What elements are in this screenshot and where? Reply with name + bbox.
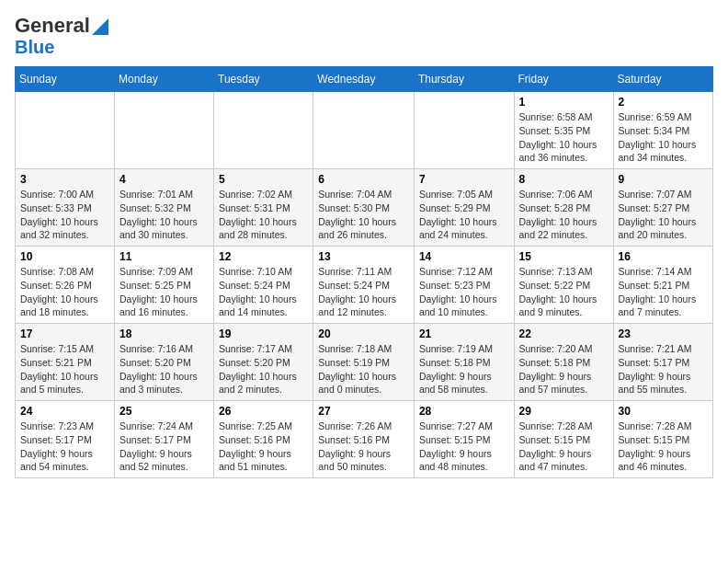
day-number: 15: [519, 250, 609, 263]
day-number: 5: [219, 173, 308, 186]
calendar-cell: [214, 92, 313, 169]
calendar-cell: [414, 92, 514, 169]
cell-info: Sunrise: 7:15 AM Sunset: 5:21 PM Dayligh…: [20, 342, 109, 396]
cell-info: Sunrise: 7:13 AM Sunset: 5:22 PM Dayligh…: [519, 265, 609, 319]
day-of-week-header: Saturday: [613, 67, 712, 92]
cell-info: Sunrise: 7:24 AM Sunset: 5:17 PM Dayligh…: [119, 419, 209, 474]
calendar-cell: 6Sunrise: 7:04 AM Sunset: 5:30 PM Daylig…: [313, 169, 415, 247]
cell-info: Sunrise: 7:06 AM Sunset: 5:28 PM Dayligh…: [519, 188, 609, 242]
calendar-cell: 1Sunrise: 6:58 AM Sunset: 5:35 PM Daylig…: [514, 92, 613, 169]
calendar-week-row: 10Sunrise: 7:08 AM Sunset: 5:26 PM Dayli…: [16, 247, 713, 324]
cell-info: Sunrise: 7:12 AM Sunset: 5:23 PM Dayligh…: [419, 265, 509, 319]
logo-text-general: General: [15, 15, 90, 37]
day-number: 11: [119, 250, 209, 263]
calendar-cell: 2Sunrise: 6:59 AM Sunset: 5:34 PM Daylig…: [613, 92, 712, 169]
day-number: 6: [318, 173, 409, 186]
calendar-cell: 29Sunrise: 7:28 AM Sunset: 5:15 PM Dayli…: [514, 401, 613, 478]
day-of-week-header: Friday: [514, 67, 613, 92]
calendar-week-row: 3Sunrise: 7:00 AM Sunset: 5:33 PM Daylig…: [16, 169, 713, 247]
calendar-cell: 14Sunrise: 7:12 AM Sunset: 5:23 PM Dayli…: [414, 247, 514, 324]
cell-info: Sunrise: 7:10 AM Sunset: 5:24 PM Dayligh…: [219, 265, 308, 319]
day-number: 4: [119, 173, 209, 186]
cell-info: Sunrise: 7:07 AM Sunset: 5:27 PM Dayligh…: [619, 188, 708, 242]
calendar-cell: 17Sunrise: 7:15 AM Sunset: 5:21 PM Dayli…: [16, 324, 115, 401]
day-number: 29: [519, 405, 609, 418]
day-number: 20: [318, 327, 409, 340]
cell-info: Sunrise: 7:11 AM Sunset: 5:24 PM Dayligh…: [318, 265, 409, 319]
day-of-week-header: Tuesday: [214, 67, 313, 92]
calendar-cell: 24Sunrise: 7:23 AM Sunset: 5:17 PM Dayli…: [16, 401, 115, 478]
calendar-cell: 26Sunrise: 7:25 AM Sunset: 5:16 PM Dayli…: [214, 401, 313, 478]
calendar-cell: 12Sunrise: 7:10 AM Sunset: 5:24 PM Dayli…: [214, 247, 313, 324]
calendar-cell: 15Sunrise: 7:13 AM Sunset: 5:22 PM Dayli…: [514, 247, 613, 324]
day-number: 30: [619, 405, 708, 418]
calendar-cell: 22Sunrise: 7:20 AM Sunset: 5:18 PM Dayli…: [514, 324, 613, 401]
day-number: 24: [20, 405, 109, 418]
day-number: 23: [619, 327, 708, 340]
day-number: 7: [419, 173, 509, 186]
cell-info: Sunrise: 7:02 AM Sunset: 5:31 PM Dayligh…: [219, 188, 308, 242]
calendar-cell: 10Sunrise: 7:08 AM Sunset: 5:26 PM Dayli…: [16, 247, 115, 324]
day-number: 8: [519, 173, 609, 186]
calendar-cell: 27Sunrise: 7:26 AM Sunset: 5:16 PM Dayli…: [313, 401, 415, 478]
day-of-week-header: Thursday: [414, 67, 514, 92]
cell-info: Sunrise: 7:20 AM Sunset: 5:18 PM Dayligh…: [519, 342, 609, 396]
calendar-week-row: 17Sunrise: 7:15 AM Sunset: 5:21 PM Dayli…: [16, 324, 713, 401]
day-number: 10: [20, 250, 109, 263]
day-number: 17: [20, 327, 109, 340]
calendar-cell: 30Sunrise: 7:28 AM Sunset: 5:15 PM Dayli…: [613, 401, 712, 478]
cell-info: Sunrise: 7:05 AM Sunset: 5:29 PM Dayligh…: [419, 188, 509, 242]
day-number: 13: [318, 250, 409, 263]
cell-info: Sunrise: 7:23 AM Sunset: 5:17 PM Dayligh…: [20, 419, 109, 474]
day-number: 25: [119, 405, 209, 418]
cell-info: Sunrise: 7:19 AM Sunset: 5:18 PM Dayligh…: [419, 342, 509, 396]
logo: General Blue: [15, 15, 108, 57]
calendar-cell: 8Sunrise: 7:06 AM Sunset: 5:28 PM Daylig…: [514, 169, 613, 247]
calendar-cell: 21Sunrise: 7:19 AM Sunset: 5:18 PM Dayli…: [414, 324, 514, 401]
calendar-cell: 20Sunrise: 7:18 AM Sunset: 5:19 PM Dayli…: [313, 324, 415, 401]
calendar-cell: 28Sunrise: 7:27 AM Sunset: 5:15 PM Dayli…: [414, 401, 514, 478]
logo-text-blue: Blue: [15, 37, 54, 57]
day-number: 9: [619, 173, 708, 186]
calendar-cell: 4Sunrise: 7:01 AM Sunset: 5:32 PM Daylig…: [115, 169, 214, 247]
cell-info: Sunrise: 7:27 AM Sunset: 5:15 PM Dayligh…: [419, 419, 509, 474]
cell-info: Sunrise: 7:28 AM Sunset: 5:15 PM Dayligh…: [619, 419, 708, 474]
cell-info: Sunrise: 7:09 AM Sunset: 5:25 PM Dayligh…: [119, 265, 209, 319]
day-of-week-header: Monday: [115, 67, 214, 92]
calendar-header-row: SundayMondayTuesdayWednesdayThursdayFrid…: [16, 67, 713, 92]
day-of-week-header: Sunday: [16, 67, 115, 92]
calendar-cell: 25Sunrise: 7:24 AM Sunset: 5:17 PM Dayli…: [115, 401, 214, 478]
calendar-cell: [115, 92, 214, 169]
day-number: 16: [619, 250, 708, 263]
calendar-table: SundayMondayTuesdayWednesdayThursdayFrid…: [15, 66, 713, 478]
cell-info: Sunrise: 7:14 AM Sunset: 5:21 PM Dayligh…: [619, 265, 708, 319]
cell-info: Sunrise: 6:58 AM Sunset: 5:35 PM Dayligh…: [519, 110, 609, 165]
calendar-week-row: 1Sunrise: 6:58 AM Sunset: 5:35 PM Daylig…: [16, 92, 713, 169]
cell-info: Sunrise: 7:01 AM Sunset: 5:32 PM Dayligh…: [119, 188, 209, 242]
calendar-cell: 11Sunrise: 7:09 AM Sunset: 5:25 PM Dayli…: [115, 247, 214, 324]
cell-info: Sunrise: 7:04 AM Sunset: 5:30 PM Dayligh…: [318, 188, 409, 242]
day-number: 19: [219, 327, 308, 340]
cell-info: Sunrise: 7:16 AM Sunset: 5:20 PM Dayligh…: [119, 342, 209, 396]
cell-info: Sunrise: 7:25 AM Sunset: 5:16 PM Dayligh…: [219, 419, 308, 474]
calendar-cell: 18Sunrise: 7:16 AM Sunset: 5:20 PM Dayli…: [115, 324, 214, 401]
day-number: 26: [219, 405, 308, 418]
calendar-cell: 7Sunrise: 7:05 AM Sunset: 5:29 PM Daylig…: [414, 169, 514, 247]
calendar-cell: [313, 92, 415, 169]
svg-marker-0: [92, 18, 108, 35]
cell-info: Sunrise: 7:18 AM Sunset: 5:19 PM Dayligh…: [318, 342, 409, 396]
day-number: 27: [318, 405, 409, 418]
calendar-cell: 23Sunrise: 7:21 AM Sunset: 5:17 PM Dayli…: [613, 324, 712, 401]
cell-info: Sunrise: 7:26 AM Sunset: 5:16 PM Dayligh…: [318, 419, 409, 474]
day-number: 28: [419, 405, 509, 418]
calendar-cell: 3Sunrise: 7:00 AM Sunset: 5:33 PM Daylig…: [16, 169, 115, 247]
calendar-cell: [16, 92, 115, 169]
page-header: General Blue: [15, 15, 713, 57]
day-number: 2: [619, 96, 708, 109]
cell-info: Sunrise: 7:21 AM Sunset: 5:17 PM Dayligh…: [619, 342, 708, 396]
calendar-week-row: 24Sunrise: 7:23 AM Sunset: 5:17 PM Dayli…: [16, 401, 713, 478]
day-of-week-header: Wednesday: [313, 67, 415, 92]
day-number: 14: [419, 250, 509, 263]
cell-info: Sunrise: 7:17 AM Sunset: 5:20 PM Dayligh…: [219, 342, 308, 396]
cell-info: Sunrise: 7:00 AM Sunset: 5:33 PM Dayligh…: [20, 188, 109, 242]
